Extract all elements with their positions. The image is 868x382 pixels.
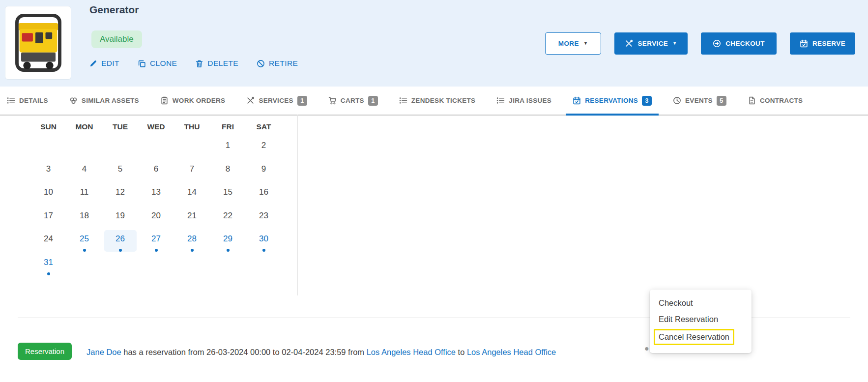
calendar-day-16[interactable]: 16 [246, 185, 282, 208]
calendar-day-20[interactable]: 20 [138, 208, 174, 232]
action-retire-link[interactable]: RETIRE [257, 59, 298, 68]
asset-thumbnail[interactable] [5, 6, 71, 80]
tab-work-orders[interactable]: WORK ORDERS [160, 87, 226, 115]
calendar-day-23[interactable]: 23 [246, 208, 282, 232]
action-edit-link[interactable]: EDIT [89, 59, 119, 68]
checkout-button[interactable]: CHECKOUT [701, 32, 777, 55]
calendar-day-2[interactable]: 2 [246, 138, 282, 162]
action-delete-link[interactable]: DELETE [195, 59, 238, 68]
calendar-day-11[interactable]: 11 [66, 185, 102, 208]
calendar-check-icon [800, 39, 808, 48]
calendar-day-number: 31 [44, 257, 53, 268]
tab-zendesk-tickets[interactable]: ZENDESK TICKETS [399, 87, 476, 115]
chevron-down-icon: ▼ [583, 41, 588, 46]
tab-details[interactable]: DETAILS [7, 87, 48, 115]
calendar-day-25[interactable]: 25 [66, 232, 102, 255]
tab-count-badge: 3 [642, 96, 652, 106]
calendar-day-12[interactable]: 12 [102, 185, 138, 208]
vertical-divider [297, 115, 298, 295]
button-label: RESERVE [812, 40, 845, 47]
asset-buttons: MORE▼SERVICE▼CHECKOUTRESERVE [545, 32, 855, 55]
calendar-day-header: SAT [246, 119, 282, 134]
tab-events[interactable]: EVENTS5 [673, 87, 726, 115]
calendar-day-22[interactable]: 22 [210, 208, 246, 232]
reservation-dot [262, 249, 265, 252]
tab-services[interactable]: SERVICES1 [246, 87, 307, 115]
action-label: EDIT [101, 59, 119, 68]
calendar-day-15[interactable]: 15 [210, 185, 246, 208]
reservation-text-connector: to [456, 348, 467, 356]
calendar-day-number: 12 [116, 186, 125, 198]
calendar-day-29[interactable]: 29 [210, 232, 246, 255]
calendar-day-header: WED [138, 119, 174, 134]
calendar-day-8[interactable]: 8 [210, 162, 246, 185]
checkout-arrow-icon [713, 39, 721, 48]
service-tools-icon [625, 39, 633, 48]
calendar-day-9[interactable]: 9 [246, 162, 282, 185]
reservation-user-link[interactable]: Jane Doe [87, 348, 121, 356]
calendar-day-30[interactable]: 30 [246, 232, 282, 255]
service-button[interactable]: SERVICE▼ [614, 32, 688, 55]
calendar-day-14[interactable]: 14 [174, 185, 210, 208]
calendar-day-27[interactable]: 27 [138, 232, 174, 255]
calendar-empty-cell [66, 138, 102, 162]
calendar-day-10[interactable]: 10 [30, 185, 66, 208]
tab-carts[interactable]: CARTS1 [328, 87, 378, 115]
calendar-day-31[interactable]: 31 [30, 255, 66, 279]
clipboard-icon [160, 96, 169, 105]
menu-item-cancel-reservation[interactable]: Cancel Reservation [650, 327, 752, 347]
reservation-from-location-link[interactable]: Los Angeles Head Office [367, 348, 456, 356]
button-label: SERVICE [637, 40, 668, 47]
calendar-day-number: 28 [187, 233, 197, 245]
tab-count-badge: 1 [297, 96, 307, 106]
calendar-day-7[interactable]: 7 [174, 162, 210, 185]
calendar-day-3[interactable]: 3 [30, 162, 66, 185]
similar-assets-icon [69, 96, 78, 105]
tab-reservations[interactable]: RESERVATIONS3 [573, 87, 652, 115]
calendar-day-number: 25 [80, 233, 89, 245]
tab-label: SIMILAR ASSETS [82, 97, 139, 104]
reservation-to-location-link[interactable]: Los Angeles Head Office [467, 348, 556, 356]
cart-icon [328, 96, 337, 105]
calendar-day-1[interactable]: 1 [210, 138, 246, 162]
calendar-day-number: 5 [118, 163, 122, 175]
calendar-day-5[interactable]: 5 [102, 162, 138, 185]
calendar-day-17[interactable]: 17 [30, 208, 66, 232]
calendar-day-number: 22 [223, 210, 232, 222]
calendar-day-24[interactable]: 24 [30, 232, 66, 255]
menu-item-label: Edit Reservation [659, 315, 718, 323]
calendar-day-number: 26 [116, 233, 125, 245]
generator-image [11, 11, 66, 74]
chevron-down-icon: ▼ [672, 41, 677, 46]
tab-bar: DETAILSSIMILAR ASSETSWORK ORDERSSERVICES… [0, 87, 868, 116]
calendar-day-28[interactable]: 28 [174, 232, 210, 255]
tab-count-badge: 5 [717, 96, 726, 106]
calendar-day-header: TUE [102, 119, 138, 134]
tab-label: CONTRACTS [760, 97, 803, 104]
calendar-day-6[interactable]: 6 [138, 162, 174, 185]
tab-jira-issues[interactable]: JIRA ISSUES [496, 87, 551, 115]
menu-item-checkout[interactable]: Checkout [650, 295, 752, 311]
reserve-button[interactable]: RESERVE [790, 32, 855, 55]
calendar-day-4[interactable]: 4 [66, 162, 102, 185]
calendar-day-number: 30 [259, 233, 268, 245]
calendar-day-21[interactable]: 21 [174, 208, 210, 232]
menu-item-edit-reservation[interactable]: Edit Reservation [650, 311, 752, 327]
list-icon [399, 96, 407, 105]
calendar-day-header: THU [174, 119, 210, 134]
tab-similar-assets[interactable]: SIMILAR ASSETS [69, 87, 139, 115]
calendar-day-26[interactable]: 26 [102, 232, 138, 255]
calendar-day-13[interactable]: 13 [138, 185, 174, 208]
more-button[interactable]: MORE▼ [545, 32, 601, 55]
reservation-row: ReservationJane Doe has a reservation fr… [18, 343, 635, 361]
calendar-day-number: 18 [80, 210, 89, 222]
calendar-day-18[interactable]: 18 [66, 208, 102, 232]
calendar-day-19[interactable]: 19 [102, 208, 138, 232]
action-label: RETIRE [269, 59, 298, 68]
calendar-empty-cell [174, 138, 210, 162]
calendar-day-number: 21 [187, 210, 197, 222]
status-badge: Available [91, 30, 142, 48]
action-clone-link[interactable]: CLONE [138, 59, 177, 68]
tab-contracts[interactable]: CONTRACTS [748, 87, 803, 115]
service-tools-icon [246, 96, 255, 105]
